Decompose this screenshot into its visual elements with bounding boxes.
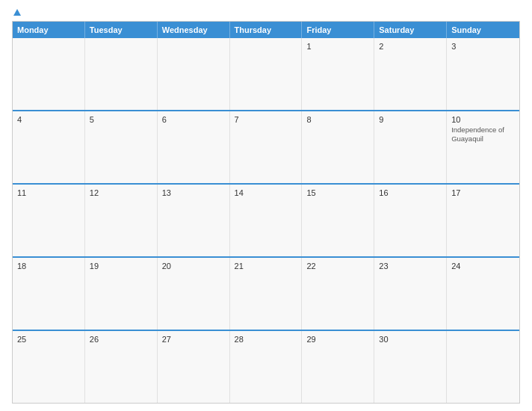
day-cell: 5 — [85, 111, 158, 183]
day-number: 11 — [17, 188, 80, 197]
day-cell: 11 — [13, 185, 85, 256]
week-row-4: 252627282930 — [13, 330, 519, 403]
day-number: 20 — [162, 262, 225, 271]
day-number: 13 — [162, 188, 225, 197]
day-cell: 9 — [374, 111, 447, 183]
day-number: 6 — [162, 115, 225, 124]
day-cell: 17 — [447, 185, 519, 256]
day-number: 21 — [235, 262, 297, 271]
day-number: 7 — [235, 115, 297, 124]
day-number: 19 — [90, 262, 152, 271]
week-row-3: 18192021222324 — [13, 256, 519, 330]
day-cell — [85, 38, 158, 110]
day-number: 9 — [379, 115, 442, 124]
day-header-saturday: Saturday — [374, 22, 447, 38]
day-number: 26 — [90, 335, 152, 344]
day-cell: 18 — [13, 258, 85, 330]
day-header-tuesday: Tuesday — [85, 22, 158, 38]
day-cell: 16 — [374, 185, 447, 256]
day-number: 1 — [306, 42, 369, 51]
day-number: 15 — [306, 188, 369, 197]
week-row-2: 11121314151617 — [13, 183, 519, 256]
day-number: 14 — [235, 188, 297, 197]
day-cell: 26 — [85, 331, 158, 403]
day-cell: 19 — [85, 258, 158, 330]
day-header-thursday: Thursday — [230, 22, 303, 38]
day-number: 25 — [17, 335, 80, 344]
day-cell: 7 — [230, 111, 303, 183]
day-number: 17 — [451, 188, 515, 197]
day-cell: 22 — [302, 258, 374, 330]
day-number: 10 — [451, 115, 515, 124]
calendar-grid: MondayTuesdayWednesdayThursdayFridaySatu… — [12, 21, 520, 404]
day-cell — [158, 38, 230, 110]
header — [12, 9, 520, 16]
day-cell: 25 — [13, 331, 85, 403]
day-cell: 4 — [13, 111, 85, 183]
day-number: 3 — [451, 42, 515, 51]
day-number: 12 — [90, 188, 152, 197]
day-header-sunday: Sunday — [447, 22, 519, 38]
day-headers-row: MondayTuesdayWednesdayThursdayFridaySatu… — [13, 22, 519, 38]
day-event: Independence of Guayaquil — [451, 126, 515, 144]
logo-triangle-icon — [13, 9, 21, 16]
day-number: 5 — [90, 115, 152, 124]
day-cell: 8 — [302, 111, 374, 183]
day-cell: 28 — [230, 331, 303, 403]
day-cell: 14 — [230, 185, 303, 256]
day-cell: 6 — [158, 111, 230, 183]
day-cell — [447, 331, 519, 403]
week-row-1: 45678910Independence of Guayaquil — [13, 110, 519, 183]
day-number: 28 — [235, 335, 297, 344]
day-cell: 2 — [374, 38, 447, 110]
day-cell: 29 — [302, 331, 374, 403]
day-number: 2 — [379, 42, 442, 51]
day-number: 8 — [306, 115, 369, 124]
day-number: 30 — [379, 335, 442, 344]
day-header-monday: Monday — [13, 22, 85, 38]
day-number: 18 — [17, 262, 80, 271]
week-row-0: 123 — [13, 38, 519, 110]
day-number: 16 — [379, 188, 442, 197]
day-cell: 20 — [158, 258, 230, 330]
day-number: 22 — [306, 262, 369, 271]
day-cell: 10Independence of Guayaquil — [447, 111, 519, 183]
logo — [12, 9, 21, 16]
day-number: 23 — [379, 262, 442, 271]
weeks-container: 12345678910Independence of Guayaquil1112… — [13, 38, 519, 403]
day-cell: 23 — [374, 258, 447, 330]
day-cell — [230, 38, 303, 110]
day-cell: 12 — [85, 185, 158, 256]
day-header-friday: Friday — [302, 22, 374, 38]
day-number: 24 — [451, 262, 515, 271]
day-cell: 24 — [447, 258, 519, 330]
day-number: 27 — [162, 335, 225, 344]
day-cell: 15 — [302, 185, 374, 256]
day-cell: 1 — [302, 38, 374, 110]
day-number: 29 — [306, 335, 369, 344]
day-cell: 30 — [374, 331, 447, 403]
day-cell — [13, 38, 85, 110]
day-cell: 13 — [158, 185, 230, 256]
day-number: 4 — [17, 115, 80, 124]
day-header-wednesday: Wednesday — [158, 22, 230, 38]
calendar-page: MondayTuesdayWednesdayThursdayFridaySatu… — [0, 0, 532, 411]
day-cell: 21 — [230, 258, 303, 330]
day-cell: 27 — [158, 331, 230, 403]
day-cell: 3 — [447, 38, 519, 110]
